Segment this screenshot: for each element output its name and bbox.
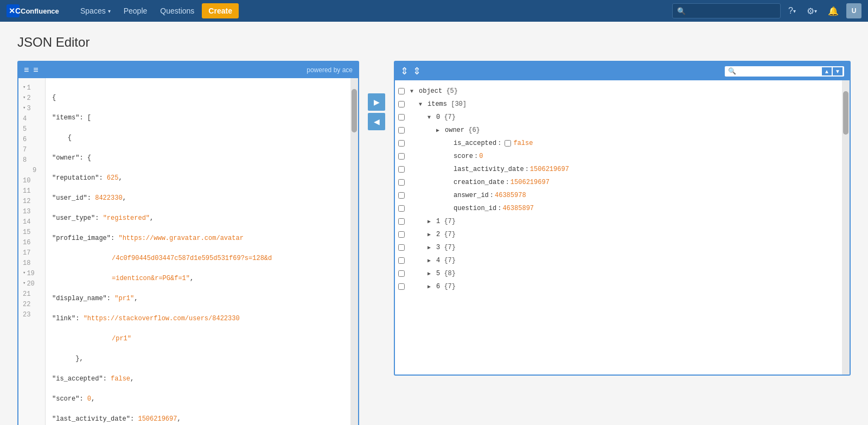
tree-search-box[interactable]: 🔍 ▲ ▼	[725, 66, 844, 77]
line-3: ▾3	[18, 103, 45, 113]
checkbox-1[interactable]	[398, 218, 405, 225]
toggle-owner[interactable]: ▶	[436, 126, 445, 135]
spaces-caret: ▾	[108, 8, 111, 14]
line-14: 14	[18, 217, 45, 227]
help-icon[interactable]: ?▾	[785, 4, 799, 18]
right-scrollbar[interactable]	[842, 80, 850, 375]
checkbox-owner[interactable]	[398, 127, 405, 134]
line-5: 5	[18, 124, 45, 134]
line-numbers: ▾1 ▾2 ▾3 4 5 6 7 8 9 10 11 12 13 14 15 1…	[18, 78, 46, 425]
tree-search-input[interactable]	[738, 67, 820, 75]
line-21: 21	[18, 289, 45, 299]
line-1: ▾1	[18, 83, 45, 93]
code-editor[interactable]: { "items": [ { "owner": { "reputation": …	[46, 78, 350, 425]
checkbox-last-activity-date[interactable]	[398, 166, 405, 173]
svg-text:Confluence: Confluence	[21, 7, 59, 15]
nav-people[interactable]: People	[118, 0, 153, 22]
transfer-left-button[interactable]: ◀	[368, 113, 385, 130]
nav-right-actions: 🔍 ?▾ ⚙▾ 🔔 U	[672, 3, 861, 18]
svg-text:✕C: ✕C	[9, 7, 21, 15]
line-8: 8	[18, 155, 45, 165]
left-panel-icons: ≡ ≡	[24, 65, 39, 75]
checkbox-6[interactable]	[398, 283, 405, 290]
line-23: 23	[18, 309, 45, 320]
expand-vertical-icon[interactable]: ⇕	[400, 65, 409, 77]
page-title: JSON Editor	[17, 35, 851, 50]
line-9: 9	[18, 165, 45, 175]
global-search[interactable]: 🔍	[672, 3, 781, 18]
checkbox-question-id[interactable]	[398, 205, 405, 212]
toggle-4[interactable]: ▶	[427, 256, 436, 265]
search-prev-button[interactable]: ▲	[822, 67, 832, 75]
line-2: ▾2	[18, 93, 45, 103]
tree-node-2: ▶ 2 {7}	[395, 228, 842, 241]
list-icon[interactable]: ≡	[24, 65, 29, 75]
line-19: ▾19	[18, 268, 45, 278]
line-11: 11	[18, 186, 45, 196]
checkbox-items[interactable]	[398, 101, 405, 107]
toggle-1[interactable]: ▶	[427, 217, 436, 226]
toggle-5[interactable]: ▶	[427, 269, 436, 278]
transfer-right-button[interactable]: ▶	[368, 93, 385, 111]
avatar-image: U	[846, 3, 861, 18]
tree-node-3: ▶ 3 {7}	[395, 241, 842, 254]
checkbox-3[interactable]	[398, 244, 405, 251]
tree-node-items: ▼ items [30]	[395, 98, 842, 111]
right-scrollbar-thumb[interactable]	[843, 91, 848, 135]
tree-node-6: ▶ 6 {7}	[395, 280, 842, 293]
checkbox-is-accepted[interactable]	[398, 140, 405, 147]
search-icon: 🔍	[677, 7, 686, 15]
line-17: 17	[18, 248, 45, 258]
logo[interactable]: ✕C Confluence	[7, 4, 66, 17]
collapse-vertical-icon[interactable]: ⇕	[413, 65, 421, 77]
nav-questions[interactable]: Questions	[155, 0, 200, 22]
checkbox-4[interactable]	[398, 257, 405, 264]
search-input[interactable]	[686, 7, 776, 15]
toggle-2[interactable]: ▶	[427, 230, 436, 239]
json-tree-content: ▼ object {5} ▼ items [30] ▼	[395, 80, 842, 375]
toggle-0[interactable]: ▼	[427, 113, 436, 122]
checkbox-0[interactable]	[398, 114, 405, 120]
toggle-6[interactable]: ▶	[427, 282, 436, 291]
checkbox-5[interactable]	[398, 270, 405, 277]
nav-spaces[interactable]: Spaces ▾	[75, 0, 116, 22]
checkbox-creation-date[interactable]	[398, 179, 405, 186]
line-20: ▾20	[18, 278, 45, 289]
nav-links: Spaces ▾ People Questions Create	[75, 0, 672, 22]
tree-node-answer-id: answer_id : 46385978	[395, 189, 842, 202]
right-panel-icons: ⇕ ⇕	[400, 65, 421, 77]
left-scrollbar[interactable]	[350, 78, 358, 425]
tree-node-0: ▼ 0 {7}	[395, 111, 842, 124]
settings-icon[interactable]: ⚙▾	[803, 4, 820, 18]
avatar[interactable]: U	[846, 3, 861, 18]
line-4: 4	[18, 113, 45, 124]
tree-node-score: score : 0	[395, 150, 842, 163]
checkbox-2[interactable]	[398, 231, 405, 238]
checkbox-object[interactable]	[398, 88, 405, 94]
line-10: 10	[18, 175, 45, 186]
notifications-icon[interactable]: 🔔	[825, 4, 842, 18]
checkbox-answer-id[interactable]	[398, 192, 405, 199]
line-22: 22	[18, 299, 45, 309]
tree-node-5: ▶ 5 {8}	[395, 267, 842, 280]
main-content: JSON Editor ≡ ≡ powered by ace ▾1 ▾2 ▾3 …	[0, 22, 868, 425]
checkbox-score[interactable]	[398, 153, 405, 160]
search-next-button[interactable]: ▼	[833, 67, 843, 75]
tree-node-object: ▼ object {5}	[395, 85, 842, 98]
search-navigation: ▲ ▼	[822, 67, 843, 75]
tree-node-last-activity-date: last_activity_date : 1506219697	[395, 163, 842, 176]
is-accepted-checkbox[interactable]	[505, 140, 511, 147]
line-7: 7	[18, 144, 45, 155]
left-scrollbar-thumb[interactable]	[352, 89, 357, 132]
toggle-3[interactable]: ▶	[427, 243, 436, 252]
powered-by-label: powered by ace	[307, 66, 353, 74]
format-icon[interactable]: ≡	[33, 65, 38, 75]
toggle-items[interactable]: ▼	[419, 100, 427, 109]
line-6: 6	[18, 134, 45, 144]
tree-node-4: ▶ 4 {7}	[395, 254, 842, 267]
nav-create-button[interactable]: Create	[202, 3, 239, 18]
toggle-object[interactable]: ▼	[410, 87, 419, 96]
right-panel-header: ⇕ ⇕ 🔍 ▲ ▼	[395, 62, 850, 80]
tree-node-1: ▶ 1 {7}	[395, 215, 842, 228]
line-13: 13	[18, 206, 45, 217]
